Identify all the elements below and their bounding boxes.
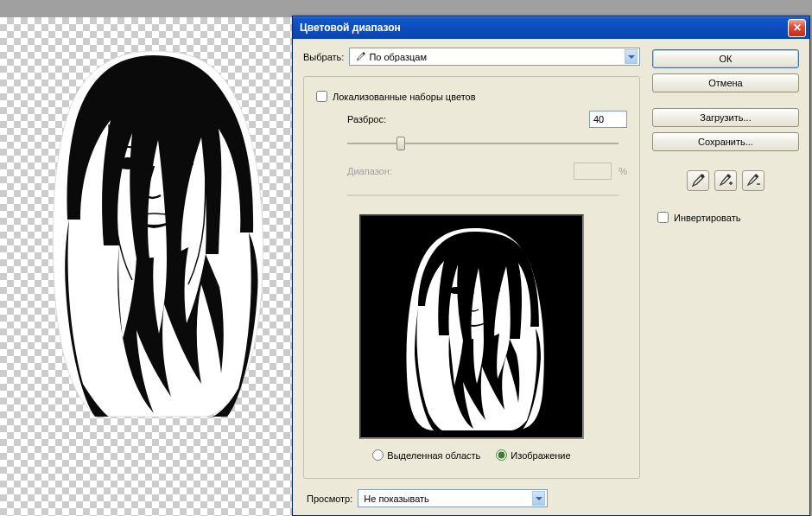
preview-box[interactable] — [359, 214, 584, 439]
dialog-title: Цветовой диапазон — [300, 22, 788, 34]
load-button[interactable]: Загрузить... — [652, 108, 799, 127]
options-group: Локализованные наборы цветов Разброс: Ди… — [303, 76, 640, 479]
svg-point-4 — [485, 287, 500, 294]
close-icon: ✕ — [793, 22, 802, 34]
radio-image-input[interactable] — [496, 449, 507, 461]
svg-point-0 — [116, 157, 140, 169]
svg-point-7 — [755, 175, 758, 178]
canvas-portrait-image — [33, 47, 275, 418]
close-button[interactable]: ✕ — [788, 19, 806, 37]
eyedropper-minus-icon — [746, 174, 760, 188]
fuzziness-row: Разброс: — [347, 111, 627, 128]
fuzziness-input[interactable] — [589, 111, 627, 128]
invert-row: Инвертировать — [657, 212, 799, 223]
eyedropper-button[interactable] — [687, 170, 709, 191]
chevron-down-icon — [625, 49, 638, 64]
slider-thumb[interactable] — [396, 137, 405, 150]
range-input — [574, 162, 612, 180]
radio-selection-label: Выделенная область — [387, 450, 480, 461]
eyedropper-minus-button[interactable] — [742, 170, 764, 191]
slider-track-line — [347, 143, 619, 144]
select-row: Выбрать: По образцам — [303, 48, 640, 66]
preview-row: Просмотр: Не показывать — [303, 489, 640, 507]
preview-dropdown[interactable]: Не показывать — [358, 489, 548, 507]
select-dropdown[interactable]: По образцам — [349, 48, 640, 66]
eyedropper-icon — [691, 174, 705, 188]
workspace-top-bar — [0, 0, 812, 17]
slider-track-line-disabled — [347, 194, 619, 196]
chevron-down-icon — [532, 491, 545, 506]
localized-label: Локализованные наборы цветов — [333, 92, 476, 102]
select-label: Выбрать: — [303, 52, 344, 62]
canvas-area[interactable] — [0, 17, 292, 516]
invert-label: Инвертировать — [674, 213, 740, 223]
preview-mode-radios: Выделенная область Изображение — [316, 449, 627, 461]
svg-point-2 — [363, 52, 365, 54]
color-range-dialog: Цветовой диапазон ✕ Выбрать: По образцам — [292, 16, 810, 516]
preview-value: Не показывать — [364, 494, 529, 504]
fuzziness-label: Разброс: — [347, 114, 416, 124]
eyedropper-plus-button[interactable] — [714, 170, 737, 191]
svg-point-6 — [727, 175, 731, 178]
ok-button[interactable]: ОК — [652, 49, 799, 68]
select-value: По образцам — [369, 52, 621, 62]
cancel-button[interactable]: Отмена — [652, 73, 799, 92]
radio-selection[interactable]: Выделенная область — [372, 449, 480, 461]
range-label: Диапазон: — [347, 166, 416, 176]
fuzziness-slider[interactable] — [347, 135, 619, 152]
save-button[interactable]: Сохранить... — [652, 132, 799, 151]
eyedropper-plus-icon — [719, 174, 733, 188]
preview-label: Просмотр: — [307, 494, 352, 504]
dialog-left-column: Выбрать: По образцам Локализованные набо… — [303, 48, 640, 506]
radio-selection-input[interactable] — [372, 449, 384, 461]
dialog-titlebar[interactable]: Цветовой диапазон ✕ — [293, 16, 809, 39]
radio-image[interactable]: Изображение — [496, 449, 570, 461]
range-row: Диапазон: % — [347, 162, 627, 180]
svg-point-5 — [701, 175, 704, 178]
dialog-body: Выбрать: По образцам Локализованные набо… — [293, 39, 809, 515]
svg-point-1 — [169, 157, 193, 169]
localized-checkbox[interactable] — [316, 91, 327, 102]
svg-point-3 — [448, 287, 464, 294]
invert-checkbox[interactable] — [657, 212, 669, 223]
range-unit: % — [619, 166, 627, 176]
localized-checkbox-row: Локализованные наборы цветов — [316, 91, 627, 102]
eyedropper-icon — [355, 52, 365, 62]
dialog-right-column: ОК Отмена Загрузить... Сохранить... — [652, 48, 799, 506]
eyedropper-tools — [652, 170, 799, 191]
radio-image-label: Изображение — [511, 450, 570, 461]
range-slider — [347, 187, 619, 204]
